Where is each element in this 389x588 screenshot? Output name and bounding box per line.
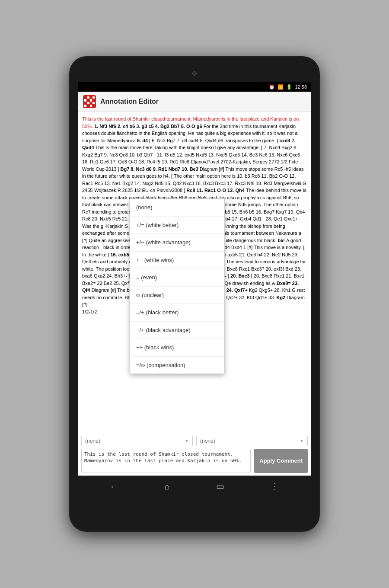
result: 1/2-1/2 <box>82 309 97 314</box>
bold-kg2: Kg2 <box>276 295 287 300</box>
home-button[interactable]: ⌂ <box>165 482 170 492</box>
status-bar: ⏰ 📶 🔋 12:58 <box>78 82 311 92</box>
bold-rc8: Rc8 11. Rac1 O-O 12. Qh4 <box>186 188 246 193</box>
bottom-bar: (none) ▼ (none) ▼ This is the last round… <box>78 433 311 476</box>
wifi-icon: 📶 <box>277 84 284 90</box>
app-header: Annotation Editor <box>78 92 311 112</box>
moves-bold: 1. Nf3 Nf6 2. c4 b6 3. g3 c5 4. Bg2 Bb7 … <box>94 124 202 129</box>
comment-textarea[interactable]: This is the last round of Shamkir closed… <box>81 449 251 473</box>
comment-row: This is the last round of Shamkir closed… <box>81 449 308 473</box>
dropdown-item-white-better[interactable]: +/= (white better) <box>130 217 224 234</box>
nav-bar: ← ⌂ ▭ ⋮ <box>78 476 311 497</box>
dropdown-item-black-better[interactable]: =/+ (black better) <box>130 304 224 322</box>
diagram-1: Diagram [#] <box>200 166 226 172</box>
bold-bg7: Bg7 8. Nc3 d6 9. Rd1 Nbd7 10. Be3 <box>120 166 199 172</box>
app-screen: Annotation Editor This is the last round… <box>78 92 311 476</box>
battery-icon: 🔋 <box>286 84 292 90</box>
back-button[interactable]: ← <box>110 482 118 492</box>
recent-button[interactable]: ▭ <box>216 481 224 492</box>
app-icon <box>83 95 96 108</box>
dropdown-item-black-wins[interactable]: −+ (black wins) <box>130 339 224 357</box>
selectors-row: (none) ▼ (none) ▼ <box>81 436 308 446</box>
screen: ⏰ 📶 🔋 12:58 <box>78 82 311 497</box>
dropdown-item-compensation[interactable]: =/∞ (compensation) <box>130 357 224 374</box>
right-selector-arrow: ▼ <box>300 438 304 443</box>
dropdown-item-unclear[interactable]: ∞ (unclear) <box>130 287 224 304</box>
left-selector-arrow: ▼ <box>185 438 189 443</box>
camera <box>192 71 197 76</box>
dropdown-item-none[interactable]: (none) <box>130 199 224 217</box>
app-title: Annotation Editor <box>100 98 159 105</box>
right-selector[interactable]: (none) ▼ <box>196 436 308 446</box>
main-content[interactable]: This is the last round of Shamkir closed… <box>78 112 311 433</box>
dropdown-item-even[interactable]: = (even) <box>130 269 224 287</box>
left-selector-value: (none) <box>85 438 100 444</box>
device: ⏰ 📶 🔋 12:58 <box>69 56 320 532</box>
left-selector[interactable]: (none) ▼ <box>81 436 193 446</box>
bracket-6nc3: [ 6. Nc3 Bg7 7. d4 cxd4 8. Qxd4 d6 trans… <box>149 138 279 143</box>
alarm-icon: ⏰ <box>269 84 275 90</box>
dropdown-item-white-advantage[interactable]: +/− (white advantage) <box>130 234 224 252</box>
more-button[interactable]: ⋮ <box>271 481 279 492</box>
dropdown-menu[interactable]: (none) +/= (white better) +/− (white adv… <box>130 198 225 374</box>
right-selector-value: (none) <box>200 438 215 444</box>
status-time: 12:58 <box>295 84 307 89</box>
diagram-the-2: Diagram [#] The <box>91 288 125 293</box>
main-move-text: This is the main move here, taking with … <box>96 145 261 150</box>
bold-bxe8: Bxe8= <box>277 281 292 286</box>
dropdown-item-white-wins[interactable]: +− (white wins) <box>130 252 224 269</box>
device-top <box>76 65 313 82</box>
apply-comment-button[interactable]: Apply Comment <box>254 449 308 473</box>
bold-b5: b5! <box>278 238 287 243</box>
bold-20bxc3: 20. Bxc3 <box>230 273 251 278</box>
dropdown-item-black-advantage[interactable]: −/+ (black advantage) <box>130 322 224 339</box>
move-6d4: 6. d4 <box>137 138 149 143</box>
